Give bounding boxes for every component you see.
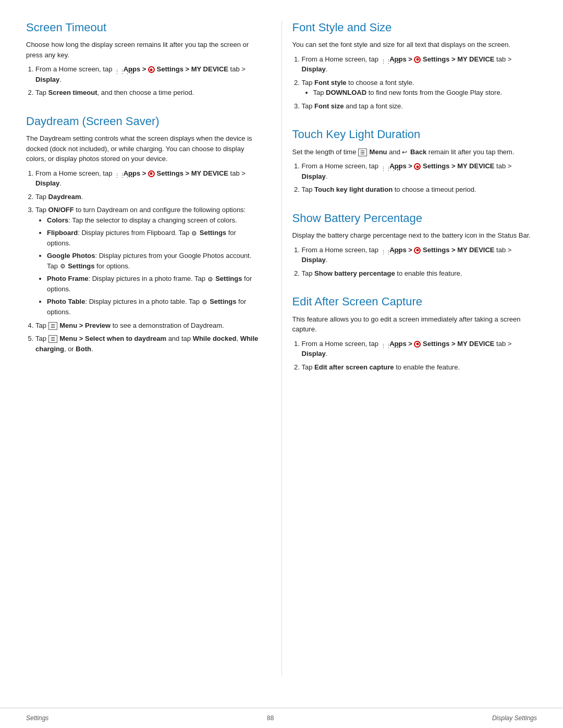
touch-key-body: Set the length of time ☰ Menu and ↩ Back… — [292, 147, 537, 195]
list-item: Photo Table: Display pictures in a photo… — [47, 297, 261, 317]
footer-page-number: 88 — [267, 714, 274, 722]
list-item: Google Photos: Display pictures from you… — [47, 251, 261, 271]
settings-icon — [148, 66, 155, 73]
battery-percentage-intro: Display the battery charge percentage ne… — [292, 230, 537, 241]
gear-icon: ⚙ — [207, 275, 213, 284]
battery-percentage-steps: From a Home screen, tap ⠿ Apps > Setting… — [302, 245, 537, 279]
menu-icon: ☰ — [48, 322, 57, 330]
list-item: Tap ☰ Menu > Preview to see a demonstrat… — [35, 320, 261, 331]
daydream-title: Daydream (Screen Saver) — [26, 115, 261, 128]
font-style-intro: You can set the font style and size for … — [292, 40, 537, 50]
right-column: Font Style and Size You can set the font… — [282, 21, 537, 676]
daydream-steps: From a Home screen, tap ⠿ Apps > Setting… — [35, 168, 261, 354]
list-item: From a Home screen, tap ⠿ Apps > Setting… — [35, 168, 261, 189]
list-item: Tap Edit after screen capture to enable … — [302, 362, 537, 373]
list-item: Tap Touch key light duration to choose a… — [302, 184, 537, 195]
gear-icon: ⚙ — [202, 298, 207, 307]
gear-icon: ⚙ — [60, 262, 66, 271]
settings-icon — [414, 247, 421, 254]
settings-icon — [414, 56, 421, 63]
daydream-body: The Daydream setting controls what the s… — [26, 133, 261, 354]
footer: Settings 88 Display Settings — [0, 708, 563, 728]
battery-percentage-section: Show Battery Percentage Display the batt… — [292, 212, 537, 278]
apps-icon: ⠿ — [114, 67, 120, 73]
list-item: Tap ☰ Menu > Select when to daydream and… — [35, 334, 261, 354]
apps-icon: ⠿ — [381, 341, 387, 347]
settings-icon — [414, 341, 421, 348]
battery-percentage-title: Show Battery Percentage — [292, 212, 537, 225]
page: Screen Timeout Choose how long the displ… — [0, 0, 563, 728]
list-item: From a Home screen, tap ⠿ Apps > Setting… — [302, 245, 537, 265]
screen-timeout-body: Choose how long the display screen remai… — [26, 40, 261, 98]
list-item: Tap Font style to choose a font style. T… — [302, 78, 537, 98]
screen-capture-steps: From a Home screen, tap ⠿ Apps > Setting… — [302, 339, 537, 373]
touch-key-section: Touch Key Light Duration Set the length … — [292, 128, 537, 194]
daydream-intro: The Daydream setting controls what the s… — [26, 133, 261, 164]
menu-icon: ☰ — [358, 149, 367, 156]
daydream-section: Daydream (Screen Saver) The Daydream set… — [26, 115, 261, 354]
screen-capture-title: Edit After Screen Capture — [292, 295, 537, 309]
list-item: Colors: Tap the selector to display a ch… — [47, 215, 261, 226]
font-style-steps: From a Home screen, tap ⠿ Apps > Setting… — [302, 54, 537, 112]
list-item: From a Home screen, tap ⠿ Apps > Setting… — [302, 54, 537, 75]
screen-timeout-intro: Choose how long the display screen remai… — [26, 40, 261, 60]
touch-key-intro: Set the length of time ☰ Menu and ↩ Back… — [292, 147, 537, 157]
screen-capture-intro: This feature allows you to go edit a scr… — [292, 314, 537, 335]
list-item: From a Home screen, tap ⠿ Apps > Setting… — [35, 64, 261, 84]
back-icon: ↩ — [402, 147, 407, 157]
battery-percentage-body: Display the battery charge percentage ne… — [292, 230, 537, 278]
font-style-options: Tap DOWNLOAD to find new fonts from the … — [313, 88, 537, 98]
footer-left: Settings — [26, 714, 48, 722]
settings-icon — [414, 163, 421, 170]
screen-timeout-steps: From a Home screen, tap ⠿ Apps > Setting… — [35, 64, 261, 98]
screen-timeout-title: Screen Timeout — [26, 21, 261, 34]
menu-icon: ☰ — [48, 335, 57, 343]
gear-icon: ⚙ — [191, 229, 197, 238]
footer-right: Display Settings — [492, 714, 537, 722]
list-item: Photo Frame: Display pictures in a photo… — [47, 274, 261, 294]
list-item: Tap DOWNLOAD to find new fonts from the … — [313, 88, 537, 98]
settings-icon — [148, 170, 155, 177]
list-item: From a Home screen, tap ⠿ Apps > Setting… — [302, 339, 537, 359]
apps-icon: ⠿ — [114, 170, 120, 177]
list-item: Tap Show battery percentage to enable th… — [302, 268, 537, 279]
font-style-title: Font Style and Size — [292, 21, 537, 34]
screen-capture-body: This feature allows you to go edit a scr… — [292, 314, 537, 373]
daydream-options: Colors: Tap the selector to display a ch… — [47, 215, 261, 317]
list-item: Flipboard: Display pictures from Flipboa… — [47, 228, 261, 248]
left-column: Screen Timeout Choose how long the displ… — [26, 21, 282, 676]
touch-key-steps: From a Home screen, tap ⠿ Apps > Setting… — [302, 161, 537, 195]
list-item: Tap ON/OFF to turn Daydream on and confi… — [35, 205, 261, 317]
apps-icon: ⠿ — [381, 164, 387, 170]
list-item: Tap Font size and tap a font size. — [302, 101, 537, 112]
list-item: From a Home screen, tap ⠿ Apps > Setting… — [302, 161, 537, 181]
touch-key-title: Touch Key Light Duration — [292, 128, 537, 141]
font-style-section: Font Style and Size You can set the font… — [292, 21, 537, 111]
content-area: Screen Timeout Choose how long the displ… — [0, 0, 563, 708]
apps-icon: ⠿ — [381, 247, 387, 253]
list-item: Tap Daydream. — [35, 192, 261, 202]
font-style-body: You can set the font style and size for … — [292, 40, 537, 111]
screen-timeout-section: Screen Timeout Choose how long the displ… — [26, 21, 261, 98]
screen-capture-section: Edit After Screen Capture This feature a… — [292, 295, 537, 372]
apps-icon: ⠿ — [381, 56, 387, 63]
list-item: Tap Screen timeout, and then choose a ti… — [35, 88, 261, 98]
